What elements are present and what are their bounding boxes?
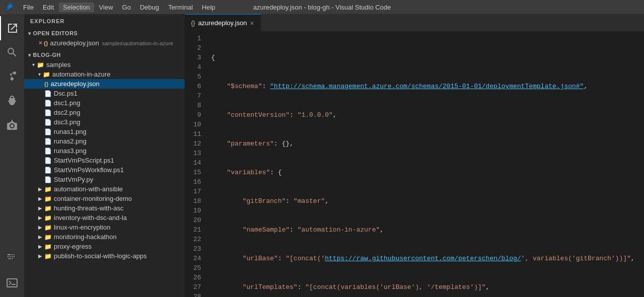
folder-samples[interactable]: ▾ 📁 samples [24,60,185,69]
line-num-5: 5 [191,72,201,82]
folder-inventory[interactable]: ▶ 📁 inventory-with-dsc-and-la [24,213,185,222]
folder-ansible-chevron: ▶ [38,186,42,192]
runas2-png-label: runas2.png [54,137,86,145]
folder-hunting[interactable]: ▶ 📁 hunting-threats-with-asc [24,203,185,213]
folder-publish-icon: 📁 [44,253,52,260]
folder-publish-chevron: ▶ [38,253,42,259]
folder-automation-in-azure[interactable]: ▾ 📁 automation-in-azure [24,69,185,79]
png-icon-3: 📄 [44,119,52,126]
open-editor-filename: azuredeploy.json [50,39,99,47]
file-runas2-png[interactable]: 📄 runas2.png [24,136,185,146]
file-dsc-ps1[interactable]: 📄 Dsc.ps1 [24,89,185,98]
search-activity-item[interactable] [0,40,24,64]
code-line-1: { [209,53,644,62]
line-num-7: 7 [191,91,201,101]
folder-hunting-label: hunting-threats-with-asc [54,204,124,212]
line-num-17: 17 [191,187,201,196]
tab-azuredeploy[interactable]: {} azuredeploy.json × [185,14,261,31]
menu-go[interactable]: Go [118,3,135,12]
folder-ansible[interactable]: ▶ 📁 automation-with-ansible [24,184,185,194]
file-azuredeploy-json[interactable]: {} azuredeploy.json [24,79,185,89]
line-num-24: 24 [191,254,201,263]
file-dsc1-png[interactable]: 📄 dsc1.png [24,98,185,108]
menu-file[interactable]: File [19,3,38,12]
menu-view[interactable]: View [95,3,117,12]
line-num-11: 11 [191,129,201,139]
app-logo [5,2,15,13]
folder-automation-label: automation-in-azure [52,70,111,78]
tab-json-icon: {} [191,20,195,27]
folder-samples-chevron: ▾ [32,62,35,67]
blog-gh-header[interactable]: ▾ BLOG-GH [24,50,185,60]
folder-container[interactable]: ▶ 📁 container-monitoring-demo [24,194,185,203]
folder-monitoring[interactable]: ▶ 📁 monitoring-hackathon [24,232,185,242]
folder-hunting-chevron: ▶ [38,205,42,211]
terminal-activity-item[interactable] [0,271,24,295]
folder-linux-icon: 📁 [44,224,52,231]
folder-container-icon: 📁 [44,195,52,202]
line-num-4: 4 [191,62,201,72]
folder-inventory-label: inventory-with-dsc-and-la [54,214,127,221]
folder-automation-icon: 📁 [43,71,50,78]
folder-proxy-chevron: ▶ [38,244,42,249]
code-line-8: "urlBase": "[concat('https://raw.githubu… [209,254,644,263]
file-startvm-py[interactable]: 📄 StartVmPy.py [24,175,185,184]
folder-monitoring-chevron: ▶ [38,234,42,240]
source-control-activity-item[interactable] [0,64,24,89]
folder-linux[interactable]: ▶ 📁 linux-vm-encryption [24,222,185,232]
activity-bar [0,14,24,297]
json-file-icon: {} [44,40,48,46]
file-dsc2-png[interactable]: 📄 dsc2.png [24,108,185,117]
dsc2-png-label: dsc2.png [54,109,80,116]
file-startvm-ps-workflow[interactable]: 📄 StartVmPsWorkflow.ps1 [24,165,185,175]
code-line-2: "$schema": "http://schema.management.azu… [209,82,644,91]
png-icon-1: 📄 [44,100,52,107]
debug-activity-item[interactable] [0,89,24,113]
menu-help[interactable]: Help [198,3,220,12]
menu-debug[interactable]: Debug [136,3,163,12]
file-runas1-png[interactable]: 📄 runas1.png [24,127,185,136]
line-num-2: 2 [191,43,201,53]
menu-terminal[interactable]: Terminal [164,3,197,12]
code-line-7: "nameSample": "automation-in-azure", [209,225,644,235]
explorer-activity-item[interactable] [0,16,24,40]
code-content[interactable]: { "$schema": "http://schema.management.a… [205,32,644,297]
folder-linux-chevron: ▶ [38,225,42,230]
folder-proxy-icon: 📁 [44,243,52,250]
folder-proxy[interactable]: ▶ 📁 proxy-egress [24,242,185,251]
folder-proxy-label: proxy-egress [54,243,91,250]
docker-activity-item[interactable] [0,245,24,269]
tab-label: azuredeploy.json [198,19,247,27]
file-runas3-png[interactable]: 📄 runas3.png [24,146,185,156]
file-startvm-ps-script[interactable]: 📄 StartVmPsScript.ps1 [24,156,185,165]
dsc1-png-label: dsc1.png [54,99,80,107]
tab-close-button[interactable]: × [250,19,254,27]
open-editors-section: ▾ OPEN EDITORS ✕ {} azuredeploy.json sam… [24,28,185,50]
editor-area: {} azuredeploy.json × 1 2 3 4 5 6 7 8 9 … [185,14,644,297]
open-editors-label: OPEN EDITORS [33,30,78,36]
ps1-icon-2: 📄 [44,157,52,164]
folder-inventory-chevron: ▶ [38,215,42,220]
open-editor-item-azuredeploy[interactable]: ✕ {} azuredeploy.json samples\automation… [24,38,185,48]
line-num-23: 23 [191,244,201,254]
menu-selection[interactable]: Selection [59,3,94,12]
line-num-8: 8 [191,101,201,110]
sidebar: EXPLORER ▾ OPEN EDITORS ✕ {} azuredeploy… [24,14,185,297]
folder-samples-icon: 📁 [37,61,44,68]
menu-edit[interactable]: Edit [39,3,58,12]
code-editor[interactable]: 1 2 3 4 5 6 7 8 9 10 11 12 13 14 15 16 1… [185,32,644,297]
line-num-9: 9 [191,110,201,120]
blog-gh-chevron: ▾ [28,52,31,58]
dsc3-png-label: dsc3.png [54,118,80,126]
open-editors-header[interactable]: ▾ OPEN EDITORS [24,28,185,38]
folder-linux-label: linux-vm-encryption [54,224,111,231]
sidebar-header: EXPLORER [24,14,185,28]
extensions-activity-item[interactable] [0,113,24,137]
json-icon: {} [44,81,49,87]
file-dsc3-png[interactable]: 📄 dsc3.png [24,117,185,127]
dsc-ps1-label: Dsc.ps1 [54,90,77,97]
runas1-png-label: runas1.png [54,128,86,135]
open-editors-chevron: ▾ [28,31,31,36]
folder-inventory-icon: 📁 [44,214,52,221]
folder-publish[interactable]: ▶ 📁 publish-to-social-with-logic-apps [24,251,185,261]
